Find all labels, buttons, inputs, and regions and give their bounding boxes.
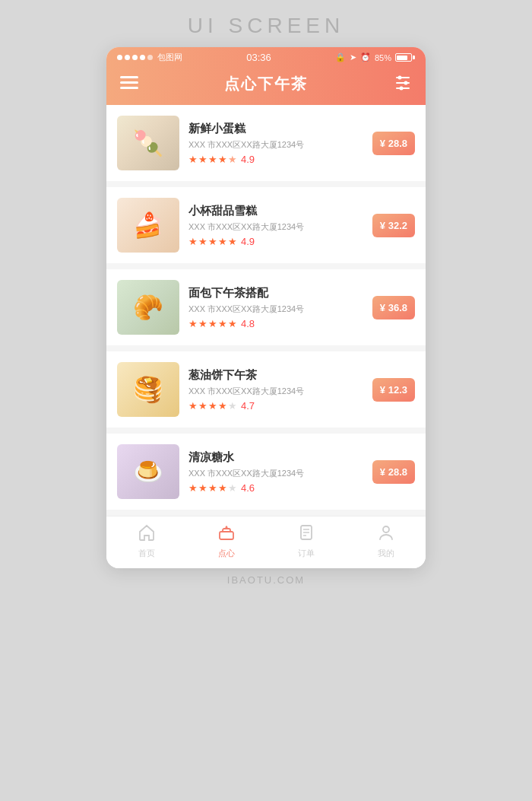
item-info: 面包下午茶搭配 XXX 市XXX区XX路大厦1234号 ★★★★★ 4.8 — [188, 286, 363, 329]
star-empty: ★ — [228, 482, 237, 494]
svg-point-6 — [398, 75, 402, 79]
star-full: ★ — [188, 236, 198, 247]
svg-rect-1 — [120, 81, 138, 84]
item-address: XXX 市XXX区XX路大厦1234号 — [188, 304, 363, 315]
signal-dot-4 — [140, 55, 145, 60]
signal-dot-5 — [147, 55, 153, 60]
item-image — [117, 280, 179, 335]
item-address: XXX 市XXX区XX路大厦1234号 — [188, 221, 363, 233]
item-address: XXX 市XXX区XX路大厦1234号 — [188, 468, 363, 479]
list-item[interactable]: 葱油饼下午茶 XXX 市XXX区XX路大厦1234号 ★★★★★ 4.7 ¥ 1… — [106, 351, 426, 428]
star-full: ★ — [198, 154, 207, 165]
star-full: ★ — [218, 154, 227, 165]
svg-point-7 — [404, 81, 408, 84]
star-empty: ★ — [228, 400, 237, 412]
item-image — [117, 198, 179, 253]
status-bar: 包图网 03:36 🔒 ➤ ⏰ 85% — [106, 47, 426, 66]
item-rating: ★★★★★ 4.9 — [188, 154, 363, 165]
item-name: 小杯甜品雪糕 — [188, 204, 363, 218]
star-full: ★ — [218, 482, 227, 494]
star-full: ★ — [188, 318, 198, 329]
item-rating: ★★★★★ 4.8 — [188, 318, 363, 329]
stars-container: ★★★★★ — [188, 318, 237, 329]
star-full: ★ — [198, 482, 207, 494]
rating-score: 4.6 — [241, 482, 255, 494]
list-item[interactable]: 小杯甜品雪糕 XXX 市XXX区XX路大厦1234号 ★★★★★ 4.9 ¥ 3… — [106, 187, 426, 263]
signal-dot-2 — [125, 55, 130, 60]
price-badge[interactable]: ¥ 28.8 — [372, 132, 415, 155]
stars-container: ★★★★★ — [188, 236, 237, 247]
item-image — [117, 116, 179, 170]
star-full: ★ — [218, 400, 227, 412]
svg-rect-9 — [220, 532, 233, 539]
bottom-nav: 首页 点心 订单 我的 — [106, 516, 426, 568]
alarm-icon: ⏰ — [360, 52, 371, 62]
star-full: ★ — [208, 400, 217, 412]
star-full: ★ — [228, 236, 237, 247]
star-full: ★ — [208, 236, 217, 247]
stars-container: ★★★★★ — [188, 482, 237, 494]
app-header: 点心下午茶 — [106, 66, 426, 105]
svg-rect-2 — [120, 87, 138, 89]
price-badge[interactable]: ¥ 28.8 — [372, 460, 415, 484]
carrier-label: 包图网 — [157, 52, 182, 63]
signal-dot-1 — [117, 55, 122, 60]
item-name: 葱油饼下午茶 — [188, 368, 363, 383]
star-full: ★ — [208, 154, 217, 165]
location-icon: ➤ — [350, 52, 356, 62]
star-full: ★ — [208, 482, 217, 494]
nav-item-点心[interactable]: 点心 — [186, 524, 266, 559]
item-info: 葱油饼下午茶 XXX 市XXX区XX路大厦1234号 ★★★★★ 4.7 — [188, 368, 363, 412]
list-item[interactable]: 清凉糖水 XXX 市XXX区XX路大厦1234号 ★★★★★ 4.6 ¥ 28.… — [106, 434, 426, 510]
phone-frame: 包图网 03:36 🔒 ➤ ⏰ 85% 点心下午茶 — [106, 47, 426, 568]
item-name: 面包下午茶搭配 — [188, 286, 363, 300]
item-info: 新鲜小蛋糕 XXX 市XXX区XX路大厦1234号 ★★★★★ 4.9 — [188, 122, 363, 165]
nav-label-3: 我的 — [378, 548, 394, 559]
list-item[interactable]: 新鲜小蛋糕 XXX 市XXX区XX路大厦1234号 ★★★★★ 4.9 ¥ 28… — [106, 105, 426, 181]
stars-container: ★★★★★ — [188, 400, 237, 412]
status-right: 🔒 ➤ ⏰ 85% — [335, 52, 415, 62]
item-image — [117, 444, 179, 499]
svg-point-8 — [400, 86, 404, 90]
star-full: ★ — [198, 400, 207, 412]
nav-icon-3 — [377, 524, 395, 545]
star-half: ★ — [228, 154, 237, 165]
list-item[interactable]: 面包下午茶搭配 XXX 市XXX区XX路大厦1234号 ★★★★★ 4.8 ¥ … — [106, 269, 426, 345]
content-list: 新鲜小蛋糕 XXX 市XXX区XX路大厦1234号 ★★★★★ 4.9 ¥ 28… — [106, 105, 426, 516]
item-name: 新鲜小蛋糕 — [188, 122, 363, 136]
nav-item-订单[interactable]: 订单 — [266, 524, 346, 559]
star-full: ★ — [218, 236, 227, 247]
star-full: ★ — [198, 236, 207, 247]
status-left: 包图网 — [117, 52, 182, 63]
item-info: 小杯甜品雪糕 XXX 市XXX区XX路大厦1234号 ★★★★★ 4.9 — [188, 204, 363, 247]
price-badge[interactable]: ¥ 12.3 — [372, 378, 415, 402]
star-full: ★ — [218, 318, 227, 329]
star-full: ★ — [188, 400, 198, 412]
svg-rect-0 — [120, 76, 138, 78]
nav-icon-0 — [138, 524, 156, 545]
item-info: 清凉糖水 XXX 市XXX区XX路大厦1234号 ★★★★★ 4.6 — [188, 450, 363, 494]
battery-icon — [395, 53, 415, 62]
nav-item-首页[interactable]: 首页 — [106, 524, 186, 559]
star-full: ★ — [228, 318, 237, 329]
battery-percent: 85% — [375, 53, 391, 62]
item-image — [117, 362, 179, 417]
nav-label-2: 订单 — [298, 548, 315, 559]
page-title: 点心下午茶 — [224, 74, 308, 94]
hamburger-icon[interactable] — [120, 76, 138, 93]
nav-label-0: 首页 — [138, 548, 155, 559]
ibaotu-label: IBAOTU.COM — [227, 574, 305, 586]
price-badge[interactable]: ¥ 32.2 — [372, 214, 415, 237]
signal-dot-3 — [132, 55, 138, 60]
star-full: ★ — [188, 482, 198, 494]
item-address: XXX 市XXX区XX路大厦1234号 — [188, 139, 363, 151]
item-rating: ★★★★★ 4.6 — [188, 482, 363, 494]
item-rating: ★★★★★ 4.9 — [188, 236, 363, 247]
svg-point-14 — [383, 526, 389, 532]
rating-score: 4.9 — [241, 236, 255, 247]
rating-score: 4.7 — [241, 400, 255, 412]
nav-item-我的[interactable]: 我的 — [346, 524, 426, 559]
rating-score: 4.9 — [241, 154, 255, 165]
price-badge[interactable]: ¥ 36.8 — [372, 296, 415, 319]
filter-icon[interactable] — [394, 75, 412, 94]
